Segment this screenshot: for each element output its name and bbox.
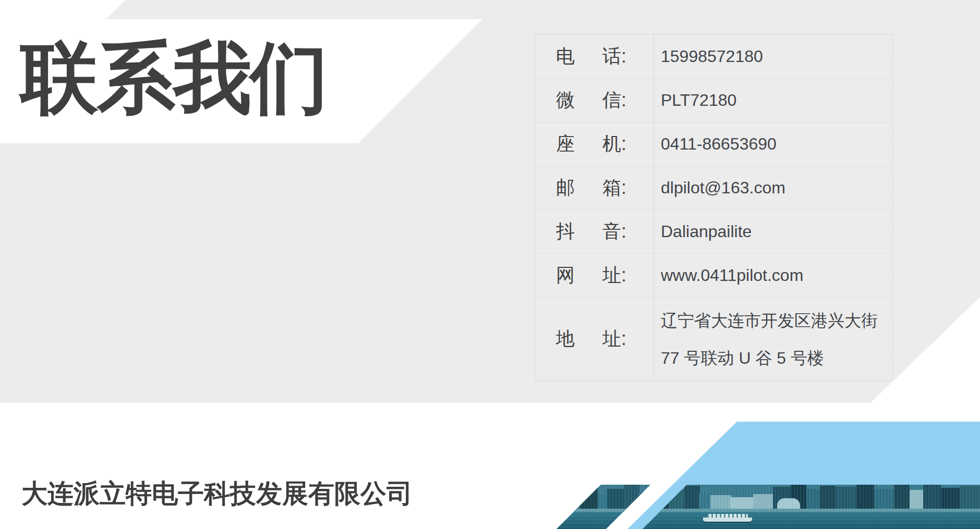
contact-label: 邮箱: — [535, 166, 654, 210]
contact-label: 网址: — [535, 254, 654, 297]
contact-value: 15998572180 — [654, 34, 892, 78]
table-row-wechat: 微信: PLT72180 — [535, 78, 892, 122]
contact-value: 0411-86653690 — [654, 122, 892, 166]
table-row-email: 邮箱: dlpilot@163.com — [535, 166, 892, 210]
table-row-address: 地址: 辽宁省大连市开发区港兴大街 77 号联动 U 谷 5 号楼 — [535, 297, 892, 380]
table-row-landline: 座机: 0411-86653690 — [535, 122, 892, 166]
table-row-douyin: 抖音: Dalianpailite — [535, 210, 892, 253]
contact-value: PLT72180 — [654, 79, 892, 122]
contact-label: 座机: — [535, 122, 654, 166]
page-title: 联系我们 — [20, 36, 327, 119]
contact-label: 微信: — [535, 79, 654, 122]
company-name: 大连派立特电子科技发展有限公司 — [21, 476, 413, 511]
contact-label: 电话: — [535, 34, 654, 78]
contact-value: www.0411pilot.com — [654, 254, 892, 297]
contact-value: 辽宁省大连市开发区港兴大街 77 号联动 U 谷 5 号楼 — [654, 298, 892, 380]
contact-label: 抖音: — [535, 210, 654, 253]
table-row-phone: 电话: 15998572180 — [535, 34, 892, 78]
slide-canvas: 联系我们 电话: 15998572180 微信: PLT72180 座机: 04… — [0, 0, 980, 529]
table-row-website: 网址: www.0411pilot.com — [535, 253, 892, 297]
dome-building — [777, 498, 800, 512]
contact-value: Dalianpailite — [654, 210, 892, 253]
contact-table: 电话: 15998572180 微信: PLT72180 座机: 0411-86… — [535, 34, 893, 381]
contact-label: 地址: — [535, 298, 654, 380]
ferry-boat — [703, 514, 752, 522]
contact-value: dlpilot@163.com — [654, 166, 892, 210]
